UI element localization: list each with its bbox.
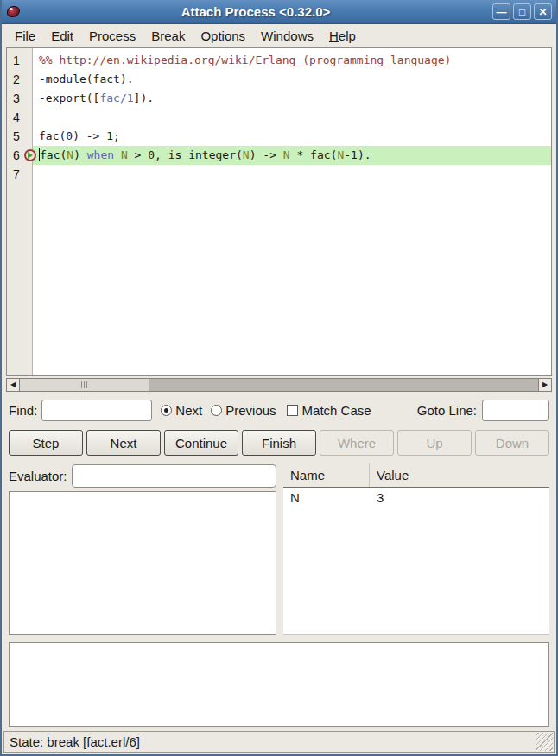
app-icon [6, 5, 22, 19]
variables-table-header: Name Value [283, 463, 549, 488]
down-button: Down [475, 430, 549, 456]
scroll-right-icon[interactable]: ▶ [538, 379, 551, 391]
variable-name: N [283, 490, 370, 505]
find-input[interactable] [41, 400, 152, 421]
match-case-checkbox[interactable] [287, 405, 298, 416]
match-case-label: Match Case [302, 403, 371, 418]
scroll-left-icon[interactable]: ◀ [7, 379, 20, 391]
attach-process-window: Attach Process <0.32.0> —□✕ FileEditProc… [0, 0, 558, 756]
minimize-button[interactable]: — [492, 3, 510, 20]
name-column-header: Name [283, 463, 370, 487]
close-button[interactable]: ✕ [534, 3, 552, 20]
goto-line-input[interactable] [482, 400, 549, 421]
line-number[interactable]: 3 [7, 89, 33, 108]
next-button[interactable]: Next [86, 430, 161, 456]
code-line-4: 4 [7, 108, 551, 127]
menu-file[interactable]: File [7, 26, 43, 46]
variables-table-body[interactable]: N3 [283, 488, 549, 635]
evaluator-panel: Evaluator: [9, 463, 276, 635]
value-column-header: Value [370, 468, 409, 482]
source-code-view[interactable]: 1%% http://en.wikipedia.org/wiki/Erlang_… [6, 47, 552, 376]
evaluator-label: Evaluator: [9, 469, 67, 483]
titlebar[interactable]: Attach Process <0.32.0> —□✕ [2, 0, 556, 24]
line-number[interactable]: 5 [7, 127, 33, 146]
next-radio[interactable] [161, 405, 172, 416]
finish-button[interactable]: Finish [242, 430, 316, 456]
variable-row[interactable]: N3 [283, 488, 549, 507]
code-line-text [33, 108, 551, 127]
menu-options[interactable]: Options [193, 26, 253, 46]
menu-edit[interactable]: Edit [43, 26, 81, 46]
menu-help[interactable]: Help [321, 26, 364, 46]
code-line-text: %% http://en.wikipedia.org/wiki/Erlang_(… [33, 51, 551, 70]
variables-panel: Name Value N3 [283, 463, 549, 635]
statusbar: State: break [fact.erl/6] [3, 731, 555, 753]
scrollbar-thumb[interactable] [20, 379, 149, 391]
code-line-text [33, 165, 551, 184]
break-marker-icon[interactable] [24, 149, 36, 161]
middle-section: Evaluator: Name Value N3 [2, 461, 556, 635]
horizontal-scrollbar[interactable]: ◀ ▶ [6, 378, 552, 392]
find-row: Find: Next Previous Match Case Goto Line… [2, 392, 556, 428]
maximize-button[interactable]: □ [513, 3, 531, 20]
code-line-2: 2-module(fact). [7, 70, 551, 89]
menu-break[interactable]: Break [143, 26, 193, 46]
where-button: Where [320, 430, 394, 456]
code-line-6: 6fac(N) when N > 0, is_integer(N) -> N *… [7, 146, 551, 165]
trace-output-area[interactable] [9, 642, 549, 727]
code-line-5: 5fac(0) -> 1; [7, 127, 551, 146]
scrollbar-track[interactable] [149, 379, 538, 391]
debug-buttons-row: StepNextContinueFinishWhereUpDown [2, 428, 556, 461]
next-radio-label: Next [175, 403, 202, 418]
find-label: Find: [9, 403, 37, 418]
line-number[interactable]: 7 [7, 165, 33, 184]
step-button[interactable]: Step [9, 430, 83, 456]
evaluator-input[interactable] [72, 464, 276, 488]
code-line-3: 3-export([fac/1]). [7, 89, 551, 108]
code-line-text: fac(0) -> 1; [33, 127, 551, 146]
line-number[interactable]: 1 [7, 51, 33, 70]
code-line-text: fac(N) when N > 0, is_integer(N) -> N * … [33, 146, 551, 165]
evaluator-output-list[interactable] [9, 491, 276, 635]
code-line-7: 7 [7, 165, 551, 184]
previous-radio-label: Previous [225, 403, 276, 418]
menu-windows[interactable]: Windows [253, 26, 321, 46]
window-title: Attach Process <0.32.0> [22, 4, 490, 19]
code-line-1: 1%% http://en.wikipedia.org/wiki/Erlang_… [7, 51, 551, 70]
status-text: State: break [fact.erl/6] [10, 734, 140, 749]
continue-button[interactable]: Continue [164, 430, 238, 456]
menu-process[interactable]: Process [81, 26, 143, 46]
resize-grip-icon[interactable] [536, 733, 553, 751]
line-number[interactable]: 4 [7, 108, 33, 127]
code-line-text: -module(fact). [33, 70, 551, 89]
line-number[interactable]: 6 [7, 146, 33, 165]
line-number[interactable]: 2 [7, 70, 33, 89]
variable-value: 3 [370, 490, 384, 505]
up-button: Up [397, 430, 472, 456]
previous-radio[interactable] [211, 405, 222, 416]
code-line-text: -export([fac/1]). [33, 89, 551, 108]
goto-line-label: Goto Line: [417, 403, 477, 418]
evaluator-row: Evaluator: [9, 463, 276, 488]
menubar: FileEditProcessBreakOptionsWindowsHelp [2, 24, 556, 47]
